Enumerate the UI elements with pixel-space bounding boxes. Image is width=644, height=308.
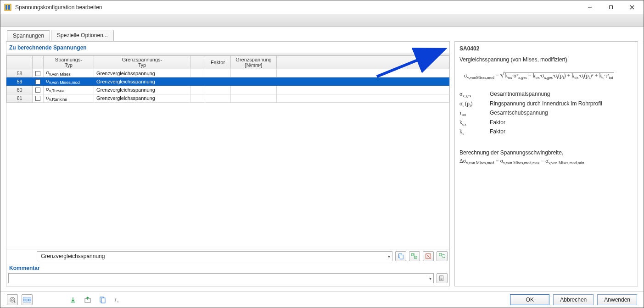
svg-line-22 (14, 301, 16, 302)
maximize-button[interactable] (600, 0, 622, 14)
svg-text:0,00: 0,00 (23, 298, 31, 302)
legend-sym: σt (pi) (459, 100, 483, 108)
grid-wrap: Spannungs-Typ Grenzspannungs-Typ Faktor … (6, 53, 449, 263)
section-title: Zu berechnende Spannungen (6, 42, 449, 53)
uncheck-icon-button[interactable] (423, 251, 434, 261)
note-equation: Δσv,von Mises,mod = σv,von Mises,mod,max… (459, 157, 633, 166)
col-limit-stress: Grenzspannung[N/mm²] (231, 56, 277, 69)
svg-rect-14 (439, 253, 442, 256)
titlebar: Spannungskonfiguration bearbeiten (0, 0, 644, 14)
legend: σx,gesGesamtnormalspannung σt (pi)Ringsp… (459, 91, 633, 136)
tab-spannungen[interactable]: Spannungen (7, 30, 50, 41)
svg-rect-27 (101, 298, 105, 303)
row-checkbox[interactable] (33, 69, 44, 77)
legend-sym: kτ (459, 128, 483, 136)
row-checkbox[interactable] (33, 77, 44, 86)
info-code: SA0402 (459, 45, 633, 52)
cell-limit-type: Grenzvergleichsspannung (94, 77, 190, 86)
svg-rect-10 (414, 256, 417, 258)
grid-fill (6, 103, 449, 249)
reset-icon-button[interactable] (437, 251, 448, 261)
cell-limit-stress (231, 94, 277, 102)
cell-factor (205, 86, 231, 94)
svg-text:f: f (115, 297, 117, 302)
svg-rect-9 (412, 253, 414, 256)
cell-empty (190, 86, 205, 94)
legend-text: Ringspannung durch Innendruck im Rohrpro… (490, 100, 602, 108)
ok-button[interactable]: OK (510, 294, 549, 305)
clipboard-icon-button[interactable] (97, 294, 108, 305)
minimize-button[interactable] (579, 0, 600, 14)
tab-spezielle-optionen[interactable]: Spezielle Optionen... (51, 30, 114, 41)
cell-limit-stress (231, 77, 277, 86)
copy-icon-button[interactable] (395, 251, 406, 261)
limit-type-dropdown[interactable]: Grenzvergleichsspannung ▾ (37, 251, 392, 261)
legend-sym: kσx (459, 119, 483, 126)
chevron-down-icon: ▾ (429, 276, 431, 281)
row-checkbox[interactable] (33, 86, 44, 94)
cell-tail (277, 77, 449, 86)
table-row[interactable]: 60σv,TrescaGrenzvergleichsspannung (7, 86, 449, 94)
dropdown-value: Grenzvergleichsspannung (41, 253, 105, 259)
row-number: 60 (7, 86, 33, 94)
left-pane: Zu berechnende Spannungen Spannungs-Typ (6, 41, 450, 286)
col-rownum (7, 56, 33, 69)
svg-rect-1 (6, 5, 7, 10)
svg-rect-8 (400, 255, 403, 259)
col-type: Spannungs-Typ (44, 56, 94, 69)
apply-button[interactable]: Anwenden (597, 294, 637, 305)
col-factor: Faktor (205, 56, 231, 69)
legend-text: Faktor (490, 119, 505, 126)
cell-empty (190, 69, 205, 77)
note-line: Berechnung der Spannungsschwingbreite. (459, 148, 633, 157)
info-description: Vergleichsspannung (von Mises, modifizie… (459, 56, 633, 63)
app-icon (4, 4, 11, 11)
dialog-window: Spannungskonfiguration bearbeiten Spannu… (0, 0, 644, 308)
svg-text:x: x (117, 300, 119, 303)
row-number: 58 (7, 69, 33, 77)
row-checkbox[interactable] (33, 94, 44, 102)
content-area: Zu berechnende Spannungen Spannungs-Typ (0, 41, 644, 291)
tab-bar: Spannungen Spezielle Optionen... (0, 27, 644, 41)
comment-pick-button[interactable] (437, 273, 448, 283)
svg-rect-4 (610, 6, 613, 9)
units-icon-button[interactable]: 0,00 (22, 294, 33, 305)
cell-type: σv,Tresca (44, 86, 94, 94)
table-row[interactable]: 59σv,von Mises,modGrenzvergleichsspannun… (7, 77, 449, 86)
table-row[interactable]: 61σv,RankineGrenzvergleichsspannung (7, 94, 449, 102)
col-limit-type: Grenzspannungs-Typ (94, 56, 190, 69)
cancel-button[interactable]: Abbrechen (553, 294, 594, 305)
cell-factor (205, 94, 231, 102)
legend-text: Faktor (490, 128, 505, 136)
legend-sym: σx,ges (459, 91, 483, 98)
cell-tail (277, 86, 449, 94)
cell-type: σv,von Mises,mod (44, 77, 94, 86)
col-tail (277, 56, 449, 69)
stress-table[interactable]: Spannungs-Typ Grenzspannungs-Typ Faktor … (6, 55, 449, 103)
footer: 0,00 fx OK Abbrechen Anwenden (0, 291, 644, 308)
window-title: Spannungskonfiguration bearbeiten (15, 4, 579, 11)
function-icon-button[interactable]: fx (112, 294, 123, 305)
cell-empty (190, 94, 205, 102)
cell-limit-stress (231, 86, 277, 94)
check-all-icon-button[interactable] (409, 251, 420, 261)
import-icon-button[interactable] (67, 294, 78, 305)
row-number: 61 (7, 94, 33, 102)
cell-tail (277, 69, 449, 77)
cell-limit-type: Grenzvergleichsspannung (94, 86, 190, 94)
formula: σv,vonMises,mod = √kσx·σ²x,ges − kσx·σx,… (464, 71, 633, 80)
calc-note: Berechnung der Spannungsschwingbreite. Δ… (459, 148, 633, 166)
svg-point-21 (11, 298, 13, 300)
cell-limit-stress (231, 69, 277, 77)
comment-input[interactable]: ▾ (8, 273, 434, 283)
svg-rect-2 (8, 5, 10, 10)
chevron-down-icon: ▾ (388, 254, 390, 259)
cell-type: σv,von Mises (44, 69, 94, 77)
row-number: 59 (7, 77, 33, 86)
export-icon-button[interactable] (82, 294, 93, 305)
table-row[interactable]: 58σv,von MisesGrenzvergleichsspannung (7, 69, 449, 77)
help-icon-button[interactable] (7, 294, 18, 305)
close-button[interactable] (622, 0, 643, 14)
legend-sym: τtot (459, 110, 483, 117)
comment-block: Kommentar ▾ (6, 263, 449, 286)
